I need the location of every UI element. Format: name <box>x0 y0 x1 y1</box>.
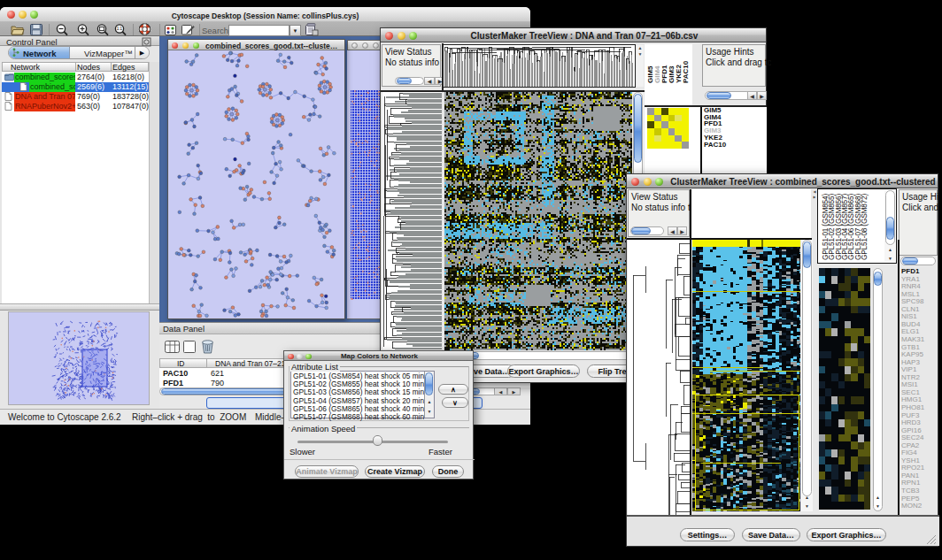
svg-text:1:1: 1:1 <box>117 27 123 31</box>
